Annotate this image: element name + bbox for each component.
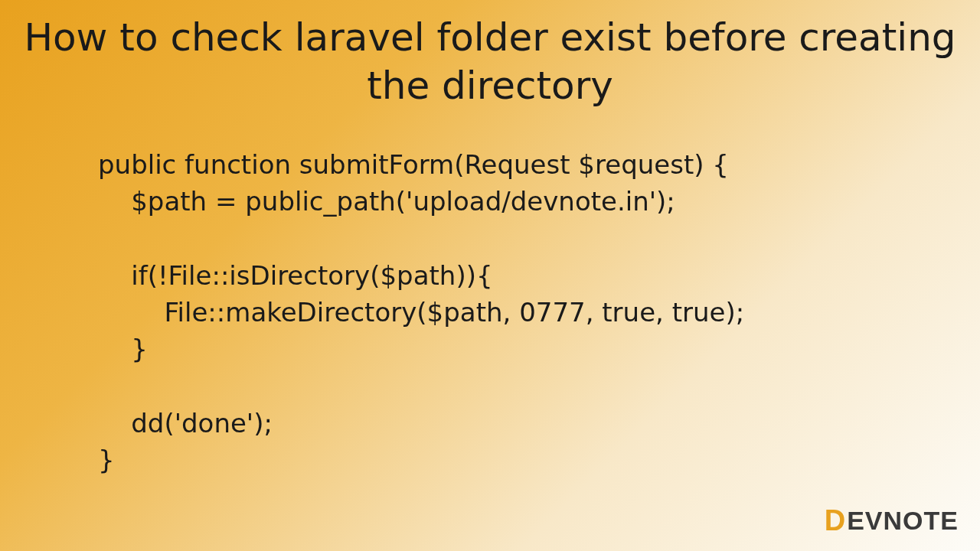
logo-letter-d: D xyxy=(825,504,845,537)
logo-text-rest: EVNOTE xyxy=(847,506,959,536)
page-title: How to check laravel folder exist before… xyxy=(0,0,980,109)
brand-logo: DEVNOTE xyxy=(825,504,959,537)
code-snippet: public function submitForm(Request $requ… xyxy=(98,146,980,478)
